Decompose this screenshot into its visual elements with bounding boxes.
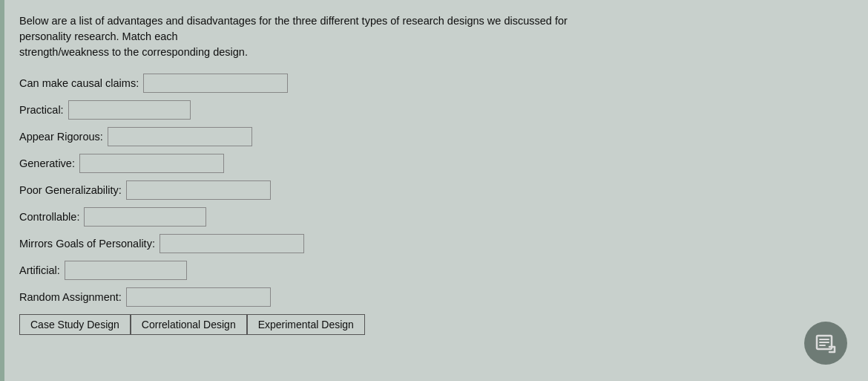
description: Below are a list of advantages and disad… [19, 13, 598, 60]
question-row-5: Poor Generalizability: [19, 180, 846, 200]
answer-box-6[interactable] [84, 207, 206, 227]
drag-options: Case Study Design Correlational Design E… [19, 314, 846, 335]
answer-box-4[interactable] [79, 154, 224, 173]
main-container: Below are a list of advantages and disad… [0, 0, 868, 381]
label-controllable: Controllable: [19, 211, 79, 223]
label-practical: Practical: [19, 104, 64, 116]
answer-box-9[interactable] [126, 287, 271, 307]
question-row-3: Appear Rigorous: [19, 127, 846, 146]
question-row-7: Mirrors Goals of Personality: [19, 234, 846, 253]
expand-button[interactable] [804, 322, 847, 365]
left-accent [0, 0, 4, 381]
label-artificial: Artificial: [19, 264, 60, 276]
answer-box-5[interactable] [126, 180, 271, 200]
answer-box-1[interactable] [143, 74, 288, 93]
label-generative: Generative: [19, 157, 75, 169]
answer-box-8[interactable] [65, 261, 187, 280]
question-row-9: Random Assignment: [19, 287, 846, 307]
label-random-assignment: Random Assignment: [19, 291, 122, 303]
drag-option-case-study[interactable]: Case Study Design [19, 314, 131, 335]
label-appear-rigorous: Appear Rigorous: [19, 131, 103, 143]
question-row-6: Controllable: [19, 207, 846, 227]
drag-option-experimental[interactable]: Experimental Design [247, 314, 365, 335]
label-mirrors-goals: Mirrors Goals of Personality: [19, 238, 155, 250]
question-row-1: Can make causal claims: [19, 74, 846, 93]
question-row-8: Artificial: [19, 261, 846, 280]
question-row-4: Generative: [19, 154, 846, 173]
answer-box-3[interactable] [108, 127, 252, 146]
answer-box-2[interactable] [68, 100, 191, 120]
content-area: Below are a list of advantages and disad… [13, 13, 846, 335]
drag-option-correlational[interactable]: Correlational Design [131, 314, 247, 335]
label-poor-generalizability: Poor Generalizability: [19, 184, 122, 196]
label-can-make-causal-claims: Can make causal claims: [19, 77, 139, 89]
expand-icon [815, 332, 837, 354]
question-row-2: Practical: [19, 100, 846, 120]
answer-box-7[interactable] [160, 234, 304, 253]
